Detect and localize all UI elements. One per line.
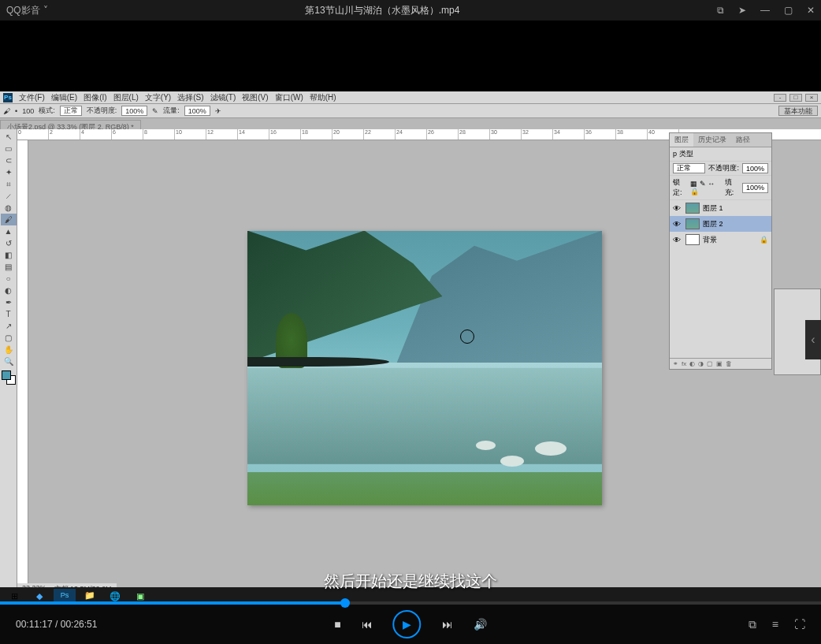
pin-icon[interactable]: ➤	[738, 5, 746, 16]
eyedropper-tool[interactable]: ⟋	[1, 190, 17, 202]
ps-logo-icon: Ps	[3, 93, 13, 102]
ps-close-icon[interactable]: ×	[805, 94, 818, 102]
menu-type[interactable]: 文字(Y)	[145, 92, 171, 103]
tab-layers[interactable]: 图层	[670, 133, 693, 147]
path-tool[interactable]: ↗	[1, 320, 17, 332]
pressure-opacity-icon[interactable]: ✎	[152, 107, 158, 115]
stop-button[interactable]: ■	[334, 618, 340, 631]
screenshot-button[interactable]: ⧉	[749, 618, 756, 631]
visibility-icon[interactable]: 👁	[673, 236, 682, 244]
flow-label: 流量:	[163, 106, 180, 116]
fullscreen-button[interactable]: ⛶	[794, 618, 805, 631]
trash-icon[interactable]: 🗑	[726, 360, 732, 367]
menu-help[interactable]: 帮助(H)	[310, 92, 336, 103]
video-subtitle: 然后开始还是继续找这个	[324, 571, 497, 592]
sidebar-toggle[interactable]: ‹	[805, 320, 821, 359]
ps-options-bar: 🖌 •100 模式: 正常 不透明度: 100% ✎ 流量: 100% ✈ 基本…	[0, 104, 821, 118]
menu-edit[interactable]: 编辑(E)	[51, 92, 77, 103]
marquee-tool[interactable]: ▭	[1, 143, 17, 154]
prev-button[interactable]: ⏮	[362, 618, 373, 631]
progress-thumb[interactable]	[340, 598, 350, 608]
blur-tool[interactable]: ○	[1, 273, 17, 285]
history-brush-tool[interactable]: ↺	[1, 237, 17, 249]
layer-row[interactable]: 👁 图层 1	[670, 200, 771, 216]
airbrush-icon[interactable]: ✈	[215, 107, 221, 115]
gradient-tool[interactable]: ▤	[1, 261, 17, 273]
ps-toolbar: ↖ ▭ ⊂ ✦ ⌗ ⟋ ◍ 🖌 ▲ ↺ ◧ ▤ ○ ◐ ✒ T ↗ ▢ ✋ 🔍	[0, 129, 17, 595]
brush-cursor-icon	[460, 329, 474, 344]
ps-max-icon[interactable]: □	[789, 94, 802, 102]
player-controls: 00:11:17 / 00:26:51 ■ ⏮ ▶ ⏭ 🔊 ⧉ ≡ ⛶	[0, 605, 821, 644]
fx-icon[interactable]: fx	[682, 360, 686, 367]
pip-icon[interactable]: ⧉	[717, 5, 724, 16]
tab-history[interactable]: 历史记录	[693, 133, 731, 147]
heal-tool[interactable]: ◍	[1, 202, 17, 214]
progress-bar[interactable]	[0, 601, 821, 605]
link-icon[interactable]: ⚭	[673, 360, 678, 367]
layers-footer: ⚭ fx ◐ ◑ ▢ ▣ 🗑	[670, 358, 771, 369]
visibility-icon[interactable]: 👁	[673, 204, 682, 213]
ps-menubar: Ps 文件(F) 编辑(E) 图像(I) 图层(L) 文字(Y) 选择(S) 滤…	[0, 91, 821, 104]
canvas[interactable]	[247, 231, 602, 505]
minimize-icon[interactable]: —	[760, 5, 770, 16]
visibility-icon[interactable]: 👁	[673, 220, 682, 229]
zoom-tool[interactable]: 🔍	[1, 356, 17, 367]
menu-window[interactable]: 窗口(W)	[275, 92, 303, 103]
video-content: Ps 文件(F) 编辑(E) 图像(I) 图层(L) 文字(Y) 选择(S) 滤…	[0, 20, 821, 605]
type-tool[interactable]: T	[1, 308, 17, 320]
layer-row[interactable]: 👁 图层 2	[670, 216, 771, 232]
pen-tool[interactable]: ✒	[1, 296, 17, 308]
mode-label: 模式:	[39, 106, 55, 116]
lasso-tool[interactable]: ⊂	[1, 154, 17, 166]
menu-file[interactable]: 文件(F)	[19, 92, 45, 103]
tab-paths[interactable]: 路径	[731, 133, 755, 147]
ruler-vertical	[17, 140, 28, 595]
photoshop-window: Ps 文件(F) 编辑(E) 图像(I) 图层(L) 文字(Y) 选择(S) 滤…	[0, 91, 821, 605]
playlist-button[interactable]: ≡	[772, 618, 778, 631]
layer-row[interactable]: 👁 背景 🔒	[670, 232, 771, 248]
opacity-input[interactable]: 100%	[121, 106, 147, 116]
volume-button[interactable]: 🔊	[474, 618, 487, 631]
blend-mode-select[interactable]: 正常	[673, 163, 705, 173]
video-title: 第13节山川与湖泊（水墨风格）.mp4	[48, 4, 717, 17]
play-button[interactable]: ▶	[393, 610, 422, 638]
flow-input[interactable]: 100%	[184, 106, 210, 116]
dodge-tool[interactable]: ◐	[1, 285, 17, 296]
app-name[interactable]: QQ影音 ˅	[6, 4, 48, 17]
titlebar: QQ影音 ˅ 第13节山川与湖泊（水墨风格）.mp4 ⧉ ➤ — ▢ ✕	[0, 0, 821, 20]
mask-icon[interactable]: ◐	[689, 360, 695, 367]
maximize-icon[interactable]: ▢	[784, 5, 793, 16]
crop-tool[interactable]: ⌗	[1, 178, 17, 190]
menu-layer[interactable]: 图层(L)	[113, 92, 139, 103]
lock-icons[interactable]: ▦ ✎ ↔ 🔒	[690, 180, 722, 195]
folder-icon[interactable]: ▢	[707, 360, 713, 367]
next-button[interactable]: ⏭	[442, 618, 453, 631]
adjust-icon[interactable]: ◑	[698, 360, 704, 367]
menu-select[interactable]: 选择(S)	[177, 92, 203, 103]
lock-icon: 🔒	[760, 236, 768, 244]
mode-select[interactable]: 正常	[60, 106, 82, 116]
hand-tool[interactable]: ✋	[1, 344, 17, 356]
close-icon[interactable]: ✕	[807, 5, 815, 16]
time-display: 00:11:17 / 00:26:51	[16, 619, 97, 630]
shape-tool[interactable]: ▢	[1, 332, 17, 344]
wand-tool[interactable]: ✦	[1, 166, 17, 178]
workspace-button[interactable]: 基本功能	[778, 106, 818, 116]
brush-tool-icon[interactable]: 🖌	[3, 107, 10, 115]
eraser-tool[interactable]: ◧	[1, 249, 17, 261]
color-swatches[interactable]	[2, 370, 16, 385]
fill-input[interactable]: 100%	[742, 183, 768, 193]
layer-opacity-input[interactable]: 100%	[742, 163, 768, 173]
move-tool[interactable]: ↖	[1, 131, 17, 143]
opacity-label: 不透明度:	[87, 106, 117, 116]
menu-view[interactable]: 视图(V)	[242, 92, 268, 103]
ps-min-icon[interactable]: -	[774, 94, 786, 102]
layers-panel: 图层 历史记录 路径 p 类型 正常 不透明度: 100% 锁定: ▦ ✎ ↔ …	[669, 132, 772, 370]
new-layer-icon[interactable]: ▣	[716, 360, 723, 367]
menu-filter[interactable]: 滤镜(T)	[210, 92, 236, 103]
brush-tool[interactable]: 🖌	[1, 214, 17, 225]
stamp-tool[interactable]: ▲	[1, 225, 17, 237]
menu-image[interactable]: 图像(I)	[84, 92, 106, 103]
